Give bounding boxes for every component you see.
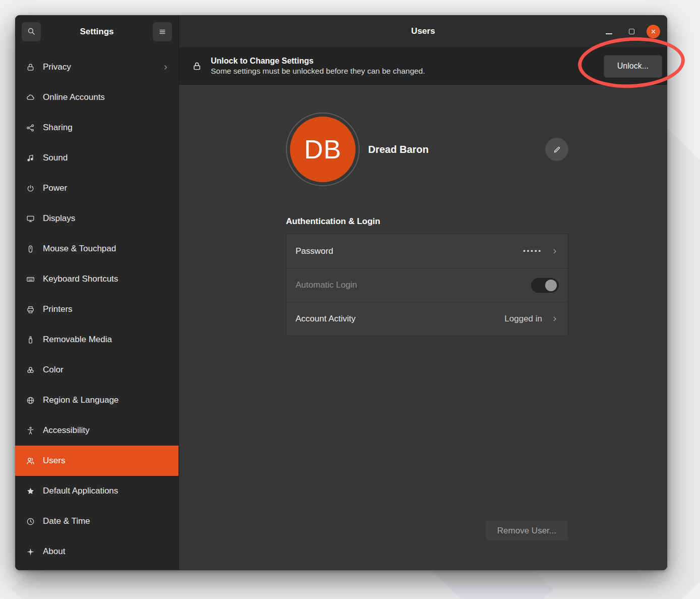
sidebar-item-mouse-touchpad[interactable]: Mouse & Touchpad: [15, 234, 179, 264]
sidebar-item-color[interactable]: Color: [15, 355, 179, 385]
keyboard-icon: [25, 274, 35, 284]
users-icon: [25, 456, 35, 466]
sidebar-item-label: Privacy: [43, 62, 71, 72]
content-column: DB Dread Baron Authentication & Login Pa…: [286, 85, 568, 336]
sidebar-item-label: Power: [43, 183, 67, 193]
sidebar-item-label: Sound: [43, 153, 68, 163]
sidebar-item-date-time[interactable]: Date & Time: [15, 506, 179, 536]
power-icon: [25, 183, 35, 193]
display-icon: [25, 213, 35, 224]
sidebar-item-printers[interactable]: Printers: [15, 294, 179, 324]
sidebar-item-displays[interactable]: Displays: [15, 203, 179, 234]
minimize-button[interactable]: [601, 24, 616, 39]
mouse-icon: [25, 244, 35, 254]
sidebar-item-label: Keyboard Shortcuts: [43, 274, 118, 284]
sidebar-item-label: Default Applications: [43, 486, 118, 496]
search-button[interactable]: [22, 22, 41, 41]
search-icon: [26, 27, 36, 37]
menu-icon: [157, 27, 167, 37]
share-icon: [25, 123, 35, 133]
sidebar-item-label: Mouse & Touchpad: [43, 244, 116, 254]
sidebar-item-label: Removable Media: [43, 335, 112, 345]
sidebar-nav: Privacy Online Accounts Sharing: [15, 48, 179, 570]
cloud-icon: [25, 92, 35, 102]
password-label: Password: [296, 246, 333, 256]
clock-icon: [25, 516, 35, 526]
sidebar-header: Settings: [15, 15, 179, 48]
close-icon: [650, 28, 657, 35]
profile-row: DB Dread Baron: [286, 113, 568, 186]
sidebar-item-label: Printers: [43, 304, 73, 314]
accessibility-icon: [25, 425, 35, 435]
maximize-button[interactable]: [624, 24, 639, 39]
sparkle-icon: [25, 547, 35, 557]
password-row[interactable]: Password •••••: [286, 234, 568, 268]
remove-user-button[interactable]: Remove User...: [485, 520, 568, 541]
sidebar-item-label: Sharing: [43, 123, 73, 133]
sidebar-item-default-applications[interactable]: Default Applications: [15, 476, 179, 506]
toggle-knob: [545, 280, 557, 291]
infobar-title: Unlock to Change Settings: [211, 56, 425, 67]
authentication-card: Password ••••• Automatic Login: [286, 234, 568, 336]
app-title: Settings: [41, 27, 153, 37]
lock-icon: [25, 62, 35, 72]
globe-icon: [25, 395, 35, 405]
sidebar-item-label: Color: [43, 365, 64, 375]
headerbar: Users: [179, 15, 667, 48]
settings-window: Settings Privacy Onl: [15, 15, 667, 570]
sidebar-item-sound[interactable]: Sound: [15, 143, 179, 173]
sidebar-item-label: Displays: [43, 213, 75, 224]
sidebar-item-removable-media[interactable]: Removable Media: [15, 324, 179, 355]
account-activity-row[interactable]: Account Activity Logged in: [286, 302, 568, 336]
avatar-ring: DB: [286, 113, 360, 186]
automatic-login-label: Automatic Login: [296, 280, 357, 290]
sidebar-item-region-language[interactable]: Region & Language: [15, 385, 179, 415]
sidebar: Settings Privacy Onl: [15, 15, 179, 570]
sidebar-item-keyboard-shortcuts[interactable]: Keyboard Shortcuts: [15, 264, 179, 294]
chevron-right-icon: [551, 315, 559, 323]
minimize-icon: [606, 33, 612, 34]
close-button[interactable]: [647, 25, 660, 38]
window-controls: [601, 24, 660, 39]
users-content: DB Dread Baron Authentication & Login Pa…: [179, 85, 667, 570]
main-panel: Users Unlock to Change Settings Some set…: [179, 15, 667, 570]
sidebar-item-users[interactable]: Users: [15, 446, 179, 476]
section-title-authentication: Authentication & Login: [286, 216, 568, 227]
primary-menu-button[interactable]: [153, 22, 172, 41]
account-activity-label: Account Activity: [296, 314, 356, 324]
automatic-login-row: Automatic Login: [286, 268, 568, 302]
automatic-login-toggle[interactable]: [531, 278, 559, 293]
sidebar-item-about[interactable]: About: [15, 536, 179, 567]
infobar-text: Unlock to Change Settings Some settings …: [211, 56, 425, 77]
color-circles-icon: [25, 365, 35, 375]
password-dots: •••••: [523, 247, 542, 255]
star-icon: [25, 486, 35, 496]
sidebar-item-accessibility[interactable]: Accessibility: [15, 415, 179, 446]
sidebar-item-power[interactable]: Power: [15, 173, 179, 203]
avatar[interactable]: DB: [290, 117, 356, 182]
sidebar-item-label: Date & Time: [43, 516, 90, 526]
lock-icon: [191, 61, 202, 72]
sidebar-item-sharing[interactable]: Sharing: [15, 113, 179, 143]
usb-drive-icon: [25, 335, 35, 345]
chevron-right-icon: [551, 247, 559, 255]
sidebar-item-label: Accessibility: [43, 425, 90, 435]
printer-icon: [25, 304, 35, 314]
pencil-icon: [552, 145, 562, 154]
unlock-button[interactable]: Unlock...: [604, 55, 662, 78]
sidebar-item-label: Online Accounts: [43, 92, 105, 102]
sidebar-item-privacy[interactable]: Privacy: [15, 52, 179, 82]
sidebar-item-label: Users: [43, 456, 65, 466]
unlock-infobar: Unlock to Change Settings Some settings …: [179, 48, 667, 85]
page-title: Users: [179, 26, 667, 36]
edit-name-button[interactable]: [545, 138, 568, 161]
music-note-icon: [25, 153, 35, 163]
user-full-name: Dread Baron: [368, 144, 429, 155]
sidebar-item-online-accounts[interactable]: Online Accounts: [15, 82, 179, 113]
account-activity-value: Logged in: [504, 314, 542, 324]
infobar-subtitle: Some settings must be unlocked before th…: [211, 66, 425, 77]
maximize-icon: [629, 29, 634, 34]
chevron-right-icon: [162, 64, 169, 71]
sidebar-item-label: Region & Language: [43, 395, 119, 405]
sidebar-item-label: About: [43, 547, 65, 557]
